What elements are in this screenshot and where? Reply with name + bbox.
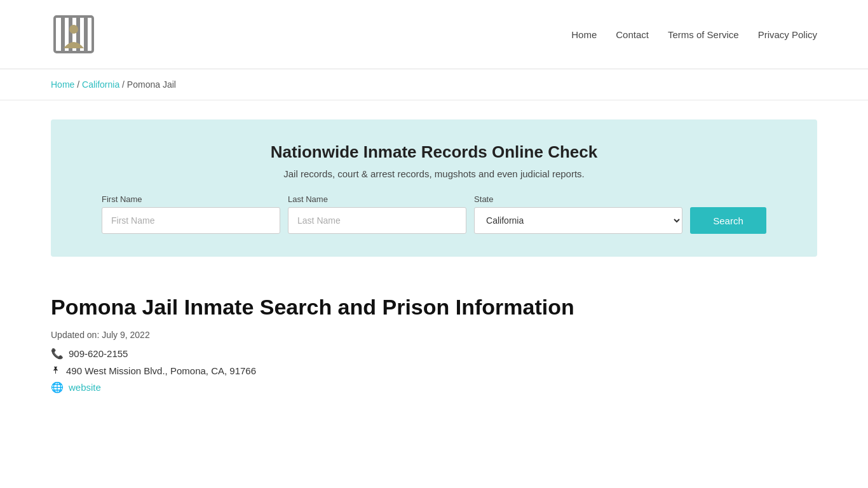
state-label: State [474, 194, 682, 204]
address-line: 🖈 490 West Mission Blvd., Pomona, CA, 91… [51, 365, 817, 376]
nav-contact[interactable]: Contact [616, 29, 649, 40]
website-link[interactable]: website [69, 382, 101, 393]
search-banner: Nationwide Inmate Records Online Check J… [51, 119, 817, 257]
first-name-group: First Name [102, 194, 280, 234]
main-nav: Home Contact Terms of Service Privacy Po… [571, 29, 817, 40]
state-select[interactable]: Alabama Alaska Arizona Arkansas Californ… [474, 207, 682, 234]
first-name-label: First Name [102, 194, 280, 204]
globe-icon: 🌐 [51, 381, 64, 393]
last-name-input[interactable] [288, 207, 466, 234]
nav-terms[interactable]: Terms of Service [668, 29, 739, 40]
phone-line: 📞 909-620-2155 [51, 348, 817, 360]
state-group: State Alabama Alaska Arizona Arkansas Ca… [474, 194, 682, 234]
breadcrumb-home[interactable]: Home [51, 79, 74, 90]
logo[interactable] [51, 11, 97, 57]
location-icon: 🖈 [51, 365, 61, 376]
search-form: First Name Last Name State Alabama Alask… [102, 194, 766, 234]
logo-icon [51, 11, 97, 57]
last-name-label: Last Name [288, 194, 466, 204]
phone-icon: 📞 [51, 348, 64, 360]
page-title: Pomona Jail Inmate Search and Prison Inf… [51, 295, 817, 320]
breadcrumb: Home / California / Pomona Jail [0, 69, 868, 100]
nav-privacy[interactable]: Privacy Policy [758, 29, 817, 40]
phone-number: 909-620-2155 [69, 348, 128, 359]
updated-date: Updated on: July 9, 2022 [51, 330, 817, 340]
first-name-input[interactable] [102, 207, 280, 234]
svg-rect-1 [61, 17, 65, 52]
breadcrumb-current: Pomona Jail [127, 79, 176, 90]
website-line: 🌐 website [51, 381, 817, 393]
breadcrumb-separator-2: / [122, 79, 127, 90]
breadcrumb-california[interactable]: California [82, 79, 119, 90]
address-text: 490 West Mission Blvd., Pomona, CA, 9176… [66, 365, 256, 376]
last-name-group: Last Name [288, 194, 466, 234]
nav-home[interactable]: Home [571, 29, 597, 40]
main-content: Pomona Jail Inmate Search and Prison Inf… [0, 276, 868, 417]
search-banner-subtitle: Jail records, court & arrest records, mu… [102, 168, 766, 179]
svg-point-5 [69, 25, 78, 34]
svg-rect-4 [84, 17, 88, 52]
search-button[interactable]: Search [690, 207, 766, 234]
site-header: Home Contact Terms of Service Privacy Po… [0, 0, 868, 69]
search-banner-title: Nationwide Inmate Records Online Check [102, 142, 766, 162]
breadcrumb-separator-1: / [77, 79, 82, 90]
